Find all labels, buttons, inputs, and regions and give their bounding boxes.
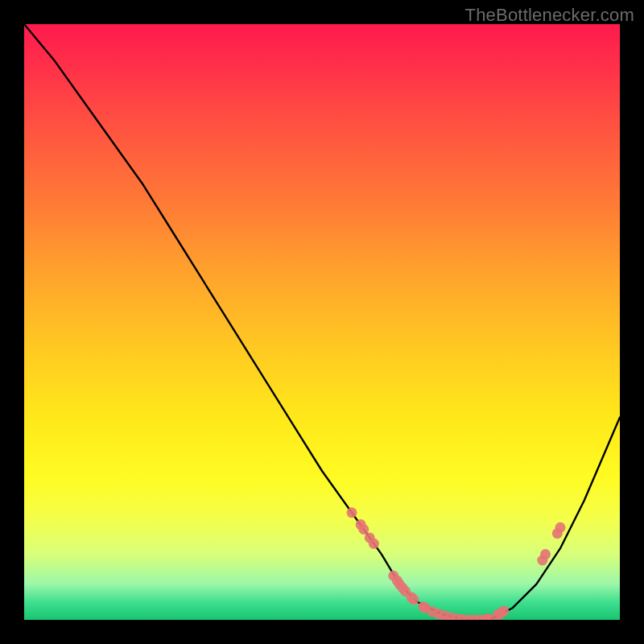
marker-dot [498, 605, 509, 616]
plot-area [24, 24, 620, 620]
chart-frame: TheBottlenecker.com [0, 0, 644, 644]
marker-dot [555, 522, 566, 533]
marker-dot [347, 507, 357, 518]
curve-line [24, 24, 620, 620]
marker-dot [408, 594, 419, 605]
marker-dot [369, 539, 379, 549]
marker-dot [540, 549, 551, 559]
watermark-text: TheBottlenecker.com [465, 5, 634, 26]
chart-svg [24, 24, 620, 620]
curve-markers [347, 507, 566, 620]
